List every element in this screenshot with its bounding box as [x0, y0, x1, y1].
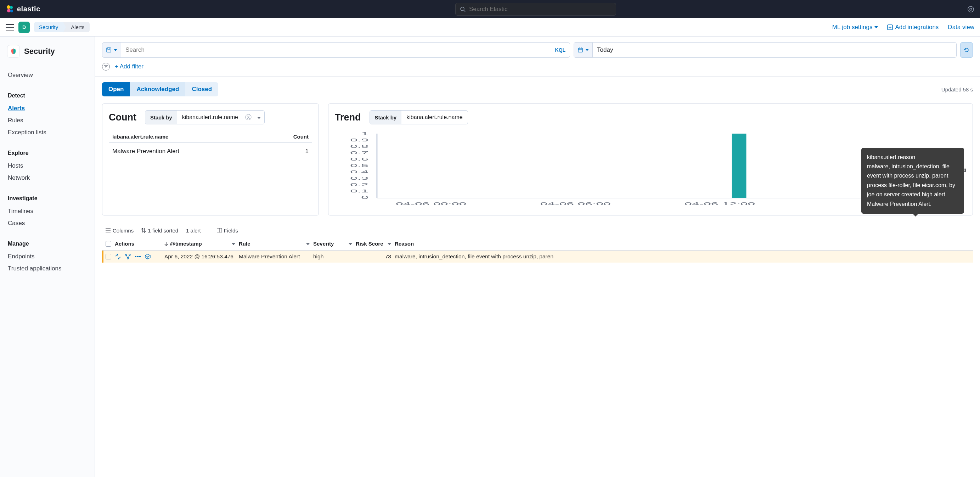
sidebar-item-cases[interactable]: Cases [8, 217, 87, 229]
trend-title: Trend [335, 112, 361, 123]
table-header: Actions @timestamp Rule Severity [102, 237, 973, 251]
svg-text:04-06 12:00: 04-06 12:00 [684, 202, 755, 206]
trend-stack-by[interactable]: Stack by kibana.alert.rule.name [369, 110, 468, 124]
columns-button[interactable]: Columns [106, 227, 134, 234]
sidebar-heading-investigate: Investigate [8, 195, 87, 202]
sidebar-item-exception-lists[interactable]: Exception lists [8, 127, 87, 138]
header-severity[interactable]: Severity [313, 241, 352, 246]
svg-rect-11 [107, 48, 111, 52]
add-filter-button[interactable]: + Add filter [115, 63, 143, 70]
select-all-checkbox[interactable] [106, 241, 111, 246]
svg-text:0.2: 0.2 [350, 183, 369, 187]
brand[interactable]: elastic [6, 5, 40, 13]
sidebar-item-network[interactable]: Network [8, 172, 87, 184]
plus-box-icon [887, 24, 893, 30]
cube-icon[interactable] [145, 253, 151, 260]
sidebar: Security Overview Detect Alerts Rules Ex… [0, 37, 95, 477]
nav-toggle-icon[interactable] [6, 24, 14, 30]
stack-by-label: Stack by [145, 111, 177, 124]
svg-point-3 [10, 10, 13, 13]
refresh-icon [964, 47, 969, 53]
chart-bar[interactable] [732, 134, 746, 198]
svg-line-47 [126, 256, 127, 258]
status-tab-open[interactable]: Open [102, 82, 130, 96]
sidebar-item-hosts[interactable]: Hosts [8, 160, 87, 172]
global-header: elastic [0, 0, 980, 18]
fields-button[interactable]: Fields [217, 227, 238, 234]
help-icon[interactable] [967, 6, 974, 13]
space-avatar[interactable]: D [18, 22, 30, 33]
sidebar-item-timelines[interactable]: Timelines [8, 205, 87, 217]
count-col-count: Count [293, 134, 309, 140]
data-view-link[interactable]: Data view [948, 24, 974, 31]
svg-point-6 [968, 6, 974, 12]
header-rule[interactable]: Rule [239, 241, 310, 246]
status-tab-closed[interactable]: Closed [185, 82, 218, 96]
status-tab-acknowledged[interactable]: Acknowledged [130, 82, 185, 96]
header-risk-score[interactable]: Risk Score [356, 241, 391, 246]
table-toolbar: Columns 1 field sorted 1 alert Fields [102, 224, 973, 237]
ml-job-settings-link[interactable]: ML job settings [832, 24, 878, 31]
svg-text:0: 0 [361, 195, 369, 200]
brand-text: elastic [17, 5, 40, 13]
kql-label[interactable]: KQL [555, 47, 566, 53]
security-app-icon [7, 45, 20, 58]
sub-header: D Security Alerts ML job settings Add in… [0, 18, 980, 37]
svg-rect-49 [135, 256, 137, 257]
header-timestamp[interactable]: @timestamp [164, 241, 235, 246]
refresh-button[interactable] [960, 42, 973, 58]
date-picker-button[interactable] [574, 42, 593, 58]
svg-text:0.6: 0.6 [350, 157, 369, 161]
chevron-down-icon[interactable] [348, 243, 352, 245]
stack-by-value: kibana.alert.rule.name [401, 114, 467, 121]
svg-text:0.8: 0.8 [350, 144, 369, 148]
chevron-down-icon[interactable] [388, 243, 391, 245]
sidebar-item-rules[interactable]: Rules [8, 114, 87, 127]
svg-text:0.7: 0.7 [350, 151, 369, 155]
sidebar-item-trusted-applications[interactable]: Trusted applications [8, 262, 87, 275]
alerts-table: Actions @timestamp Rule Severity [102, 237, 973, 262]
global-search[interactable] [455, 3, 616, 16]
chevron-down-icon[interactable] [232, 243, 235, 245]
global-search-input[interactable] [469, 6, 611, 13]
svg-point-45 [129, 254, 130, 256]
saved-query-button[interactable] [102, 42, 121, 58]
filter-bar: KQL Today + Add filter [95, 37, 980, 76]
last-updated: Updated 58 s [941, 86, 973, 92]
count-row[interactable]: Malware Prevention Alert 1 [109, 143, 312, 160]
more-icon[interactable] [135, 253, 141, 260]
sort-button[interactable]: 1 field sorted [142, 227, 178, 234]
chevron-down-icon[interactable] [306, 243, 310, 245]
breadcrumb-alerts[interactable]: Alerts [63, 22, 89, 32]
cell-risk-score: 73 [356, 253, 391, 260]
header-actions: Actions [115, 241, 161, 246]
filter-options-icon[interactable] [102, 63, 110, 70]
tooltip-title: kibana.alert.reason [867, 153, 958, 162]
table-row[interactable]: Apr 6, 2022 @ 16:26:53.476 Malware Preve… [102, 251, 973, 262]
trend-chart: 1 0.9 0.8 0.7 0.6 0.5 0.4 0.3 0.2 0.1 [335, 131, 912, 209]
reason-tooltip: kibana.alert.reason malware, intrusion_d… [861, 148, 964, 214]
kql-search[interactable]: KQL [121, 42, 570, 58]
svg-point-4 [461, 7, 464, 11]
count-stack-by[interactable]: Stack by kibana.alert.rule.name ⓧ [145, 110, 265, 124]
kql-search-input[interactable] [126, 46, 555, 54]
fields-icon [217, 228, 222, 232]
svg-rect-51 [139, 256, 141, 257]
header-reason[interactable]: Reason [395, 241, 969, 246]
svg-rect-12 [108, 48, 110, 49]
sidebar-item-endpoints[interactable]: Endpoints [8, 251, 87, 262]
add-integrations-link[interactable]: Add integrations [887, 24, 939, 31]
svg-point-44 [126, 254, 127, 256]
analyze-icon[interactable] [125, 253, 131, 260]
sidebar-item-alerts[interactable]: Alerts [8, 102, 87, 114]
breadcrumb-security[interactable]: Security [34, 22, 63, 32]
row-checkbox[interactable] [106, 254, 111, 259]
sort-desc-icon [164, 242, 168, 246]
chevron-down-icon[interactable] [254, 114, 264, 120]
svg-marker-52 [145, 254, 150, 257]
date-range-display[interactable]: Today [593, 42, 957, 58]
clear-icon[interactable]: ⓧ [243, 113, 254, 122]
expand-icon[interactable] [115, 253, 121, 260]
sidebar-item-overview[interactable]: Overview [8, 69, 87, 81]
count-panel: Count Stack by kibana.alert.rule.name ⓧ … [102, 103, 319, 215]
